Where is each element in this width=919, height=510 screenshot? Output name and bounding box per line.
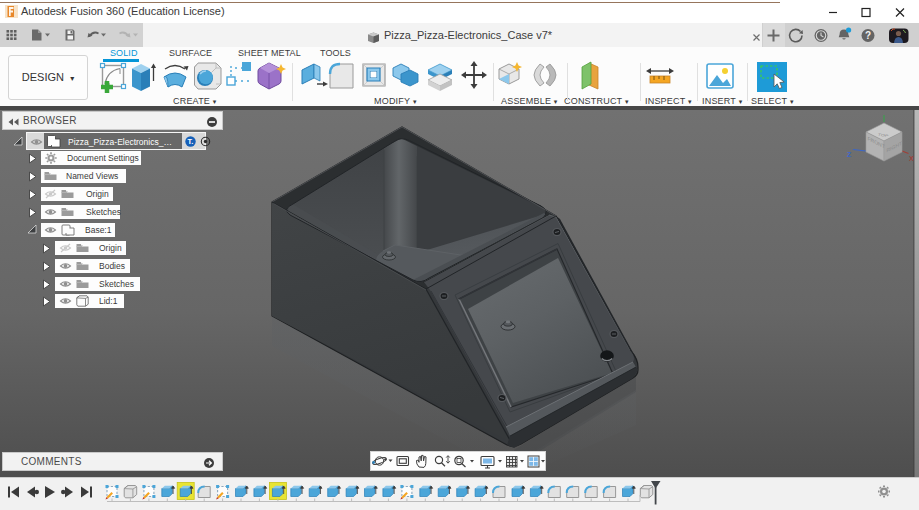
svg-text:?: ? [865, 30, 871, 41]
svg-text:Z: Z [847, 151, 852, 158]
svg-text:T.: T. [188, 137, 194, 146]
svg-text:X: X [909, 155, 914, 162]
